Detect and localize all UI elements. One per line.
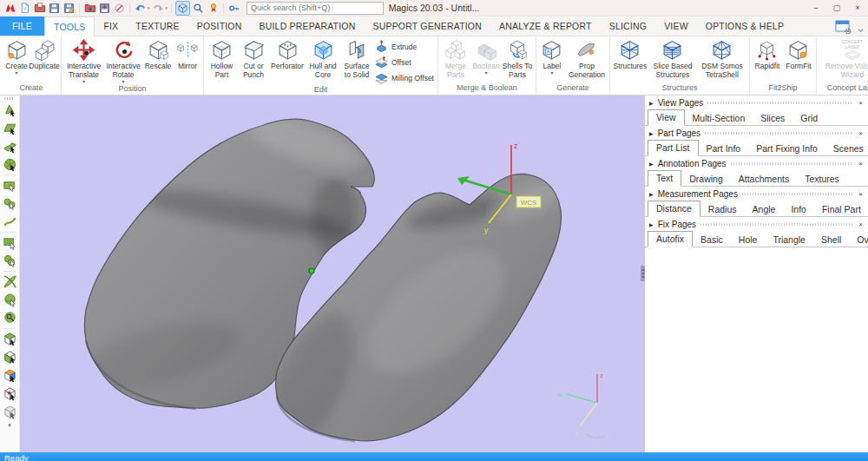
extrude-button[interactable]: Extrude xyxy=(375,40,434,53)
more-tools-chevron[interactable]: ▾ xyxy=(8,422,11,429)
tab-radius[interactable]: Radius xyxy=(700,202,745,216)
window-rectangle-selection-icon[interactable] xyxy=(1,176,18,194)
duplicate-button[interactable]: Duplicate xyxy=(30,36,59,82)
view-pages-header[interactable]: ▶ View Pages × xyxy=(645,95,868,109)
close-section-icon[interactable]: × xyxy=(858,160,864,168)
redo-dropdown-caret[interactable]: ▾ xyxy=(166,5,168,10)
mirror-button[interactable]: Mirror xyxy=(174,36,201,83)
tab-final-part[interactable]: Final Part xyxy=(814,202,868,216)
tab-multi-section[interactable]: Multi-Section xyxy=(685,111,753,125)
close-section-icon[interactable]: × xyxy=(858,221,864,228)
prop-generation-button[interactable]: Prop Generation xyxy=(566,36,608,82)
mark-surface-cube-icon[interactable] xyxy=(1,366,18,385)
tab-support-generation[interactable]: SUPPORT GENERATION xyxy=(364,16,490,36)
tab-scenes[interactable]: Scenes xyxy=(825,142,868,155)
select-planes-icon[interactable] xyxy=(1,119,18,137)
close-file-icon[interactable] xyxy=(113,2,126,15)
mark-shell-cube-icon[interactable] xyxy=(1,348,18,366)
hollow-part-button[interactable]: Hollow Part xyxy=(206,36,238,84)
create-button[interactable]: Create ▾ xyxy=(3,36,30,82)
close-button[interactable]: × xyxy=(847,1,868,16)
brush-marking-icon[interactable] xyxy=(1,273,18,291)
hull-and-core-button[interactable]: Hull and Core xyxy=(306,36,340,84)
restore-button[interactable]: ▢ xyxy=(826,1,847,16)
circle-marking-icon[interactable] xyxy=(1,252,18,270)
tab-analyze-report[interactable]: ANALYZE & REPORT xyxy=(490,16,601,36)
rapidfit-button[interactable]: Rapidfit xyxy=(752,36,783,82)
tab-text[interactable]: Text xyxy=(648,170,681,187)
dsm-somos-tetrashell-button[interactable]: DSM Somos TetraShell xyxy=(697,36,747,82)
tab-view[interactable]: View xyxy=(648,109,685,126)
milling-offset-button[interactable]: Milling Offset xyxy=(375,71,434,84)
remove-volume-wizard-button[interactable]: CONCEPT LASER Remove Volume Wizard xyxy=(819,36,868,82)
tab-fix[interactable]: FIX xyxy=(95,16,127,36)
tab-tools[interactable]: TOOLS xyxy=(44,16,95,36)
tab-basic[interactable]: Basic xyxy=(693,233,731,247)
part-pages-header[interactable]: ▶ Part Pages × xyxy=(645,126,868,140)
tab-overlaps[interactable]: Over xyxy=(849,233,868,247)
collapse-ribbon-icon[interactable] xyxy=(857,27,865,35)
tab-shell[interactable]: Shell xyxy=(813,233,849,247)
perforator-button[interactable]: Perforator xyxy=(269,36,306,84)
mark-plane-cube-icon[interactable] xyxy=(1,330,18,348)
close-section-icon[interactable]: × xyxy=(858,190,864,198)
measurement-pages-header[interactable]: ▶ Measurement Pages × xyxy=(645,187,868,201)
tab-textures[interactable]: Textures xyxy=(797,172,847,186)
tab-hole[interactable]: Hole xyxy=(731,233,766,247)
collapse-arrow-icon[interactable]: ▶ xyxy=(649,221,654,227)
tab-triangle[interactable]: Triangle xyxy=(765,233,813,247)
tab-part-info[interactable]: Part Info xyxy=(699,142,749,155)
export-platform-icon[interactable] xyxy=(98,2,111,15)
close-section-icon[interactable]: × xyxy=(858,99,864,107)
tab-drawing[interactable]: Drawing xyxy=(681,172,731,186)
save-as-icon[interactable] xyxy=(62,2,76,15)
quality-badge-icon[interactable] xyxy=(207,2,220,15)
tab-slices[interactable]: Slices xyxy=(753,111,792,125)
interactive-translate-button[interactable]: Interactive Translate ▾ xyxy=(63,36,104,83)
freeform-selection-icon[interactable] xyxy=(1,213,18,231)
default-views-icon[interactable] xyxy=(175,1,190,16)
clear-marking-cube-icon[interactable] xyxy=(1,403,18,421)
window-circle-selection-icon[interactable] xyxy=(1,194,18,213)
formfit-button[interactable]: FormFit xyxy=(783,36,814,82)
select-surfaces-icon[interactable] xyxy=(1,137,18,155)
mark-triangle-cube-icon[interactable] xyxy=(1,385,18,403)
tab-info[interactable]: Info xyxy=(783,202,814,216)
collapse-arrow-icon[interactable]: ▶ xyxy=(649,100,654,106)
zoom-selection-icon[interactable] xyxy=(1,309,18,327)
redo-icon[interactable] xyxy=(152,2,165,15)
panel-splitter-handle[interactable] xyxy=(641,266,645,281)
boolean-button[interactable]: Boolean ▾ xyxy=(471,36,501,82)
label-button[interactable]: A Label ▾ xyxy=(538,36,566,82)
tab-build-preparation[interactable]: BUILD PREPARATION xyxy=(251,16,365,36)
tab-part-fixing-info[interactable]: Part Fixing Info xyxy=(748,142,825,155)
save-icon[interactable] xyxy=(48,2,61,15)
sphere-selection-icon[interactable] xyxy=(1,291,18,309)
fix-pages-header[interactable]: ▶ Fix Pages × xyxy=(645,217,868,231)
rectangle-marking-icon[interactable] xyxy=(1,234,18,252)
minimize-button[interactable]: – xyxy=(806,1,826,16)
collapse-arrow-icon[interactable]: ▶ xyxy=(649,130,654,136)
merge-parts-button[interactable]: Merge Parts xyxy=(440,36,471,82)
structures-button[interactable]: Structures xyxy=(612,36,648,82)
viewport-3d[interactable]: z y WCS z x y xyxy=(20,95,645,452)
close-section-icon[interactable]: × xyxy=(858,129,864,137)
collapse-arrow-icon[interactable]: ▶ xyxy=(649,191,654,197)
slice-based-structures-button[interactable]: Slice Based Structures xyxy=(648,36,697,82)
offset-button[interactable]: Offset xyxy=(375,56,434,69)
magics-logo-icon[interactable] xyxy=(3,2,16,15)
cut-or-punch-button[interactable]: Cut or Punch xyxy=(238,36,269,84)
collapse-arrow-icon[interactable]: ▶ xyxy=(649,161,654,167)
interactive-rotate-button[interactable]: Interactive Rotate ▾ xyxy=(104,36,142,83)
tab-grid[interactable]: Grid xyxy=(792,111,825,125)
tab-texture[interactable]: TEXTURE xyxy=(127,16,187,36)
select-triangles-icon[interactable] xyxy=(1,101,18,119)
import-part-icon[interactable] xyxy=(83,2,96,15)
tab-slicing[interactable]: SLICING xyxy=(601,16,655,36)
select-shells-icon[interactable] xyxy=(1,155,18,174)
shells-to-parts-button[interactable]: Shells To Parts xyxy=(501,36,534,82)
tab-distance[interactable]: Distance xyxy=(648,201,700,217)
undo-icon[interactable] xyxy=(134,2,147,15)
annotation-pages-header[interactable]: ▶ Annotation Pages × xyxy=(645,156,868,170)
tab-angle[interactable]: Angle xyxy=(745,202,784,216)
